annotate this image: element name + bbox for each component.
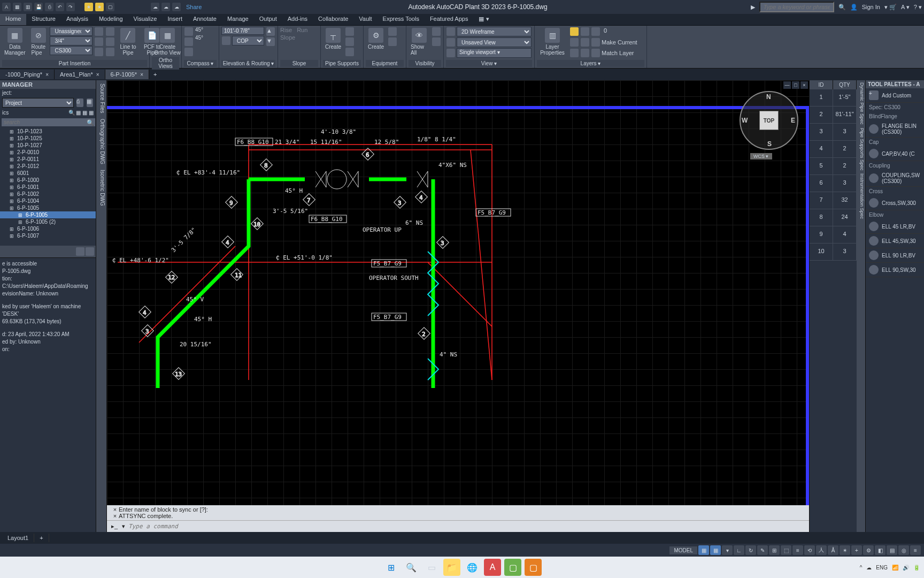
palette-item[interactable]: Cross,SW,300: [866, 196, 924, 210]
info-btn1[interactable]: [76, 247, 84, 256]
create-support-button[interactable]: ┬Create: [323, 27, 343, 51]
ribbon-tab-home[interactable]: Home: [0, 14, 26, 25]
viewcube[interactable]: N S E W TOP WCS ▾: [740, 91, 798, 150]
tray-chevron-icon[interactable]: ^: [860, 565, 863, 571]
sv-icon[interactable]: [446, 38, 455, 47]
project-tree[interactable]: 10-P-102310-P-102510-P-10272-P-00102-P-0…: [0, 128, 96, 246]
tray-battery-icon[interactable]: 🔋: [913, 565, 920, 571]
vtab-supports-spec[interactable]: Pipe Supports Spec: [857, 128, 865, 171]
lay-b2[interactable]: [581, 38, 589, 47]
qat-cloud1[interactable]: ☁: [151, 3, 159, 11]
drawing-canvas[interactable]: — □ ×: [107, 80, 809, 505]
taskbar-explorer[interactable]: 📁: [443, 559, 460, 576]
tree-item[interactable]: 6-P-1005 (2): [0, 218, 96, 225]
ribbon-tab-vault[interactable]: Vault: [353, 14, 377, 25]
help-search-input[interactable]: [759, 2, 834, 12]
ribbon-tab-output[interactable]: Output: [254, 14, 282, 25]
apps-icon[interactable]: A ▾: [901, 4, 910, 11]
project-btn1[interactable]: ⎙: [76, 98, 83, 107]
vs-icon[interactable]: [446, 27, 455, 36]
tree-item[interactable]: 6-P-1005: [0, 204, 96, 211]
elev-dn[interactable]: ▼: [266, 37, 275, 46]
search-icon[interactable]: 🔍: [87, 118, 94, 126]
share-button[interactable]: Share: [183, 4, 205, 10]
qat-open[interactable]: ▥: [24, 3, 32, 11]
close-icon[interactable]: ×: [140, 72, 143, 78]
qat-fav2[interactable]: ★: [95, 3, 104, 11]
status-s10[interactable]: ⟲: [804, 545, 815, 555]
lay-i2[interactable]: [581, 27, 589, 36]
elev-icon[interactable]: [222, 36, 230, 45]
status-s5[interactable]: ↻: [745, 545, 756, 555]
tree-item[interactable]: 6001: [0, 170, 96, 177]
spec-select[interactable]: CS300: [50, 46, 93, 55]
sidebar-source-files[interactable]: Source Files: [97, 83, 105, 113]
app-menu-button[interactable]: A: [2, 3, 11, 11]
taskbar-search[interactable]: 🔍: [403, 559, 420, 576]
elevation-input[interactable]: [221, 27, 264, 35]
tray-volume-icon[interactable]: 🔊: [903, 565, 909, 571]
status-s12[interactable]: Å: [828, 545, 838, 555]
status-s14[interactable]: +: [851, 545, 862, 555]
vis1[interactable]: [432, 27, 441, 36]
viewport-select[interactable]: Single viewport ▾: [457, 48, 532, 58]
lay-i1[interactable]: [570, 27, 579, 36]
qat-save[interactable]: 💾: [34, 3, 43, 11]
sup3[interactable]: [345, 48, 354, 56]
tray-wifi-icon[interactable]: 📶: [892, 565, 898, 571]
compass-t3[interactable]: [184, 48, 193, 56]
tree-item[interactable]: 2-P-1012: [0, 163, 96, 170]
sup2[interactable]: [345, 37, 354, 46]
saved-view-select[interactable]: Unsaved View: [457, 37, 532, 47]
close-icon[interactable]: ×: [96, 72, 99, 78]
command-input[interactable]: [127, 522, 807, 531]
status-s11[interactable]: 人: [816, 545, 827, 555]
ribbon-tab-addins[interactable]: Add-ins: [282, 14, 313, 25]
qat-cloud2[interactable]: ☁: [161, 3, 170, 11]
table-row[interactable]: 63: [810, 175, 857, 192]
qat-undo[interactable]: ↶: [56, 3, 64, 11]
taskbar-taskview[interactable]: ▭: [423, 559, 440, 576]
palette-item[interactable]: ELL 45,SW,30: [866, 234, 924, 248]
eq2[interactable]: [388, 37, 397, 46]
tree-item[interactable]: 6-P-1002: [0, 191, 96, 197]
taskbar-app2[interactable]: ▢: [504, 559, 521, 576]
cmd-close[interactable]: ×: [111, 506, 119, 513]
status-s4[interactable]: ∟: [734, 545, 744, 555]
lay-b1[interactable]: [570, 38, 579, 47]
start-button[interactable]: ⊞: [382, 559, 399, 576]
qat-fav1[interactable]: ★: [84, 3, 93, 11]
status-s3[interactable]: ▾: [722, 545, 733, 555]
status-snap[interactable]: ▦: [710, 545, 721, 555]
taskbar-chrome[interactable]: 🌐: [464, 559, 481, 576]
sidebar-iso-dwg[interactable]: Isometric DWG: [97, 170, 105, 206]
data-manager-button[interactable]: ▦Data Manager: [2, 27, 27, 57]
status-s8[interactable]: ⬚: [781, 545, 791, 555]
compass-t1[interactable]: [184, 27, 193, 36]
status-s6[interactable]: ✎: [757, 545, 768, 555]
ribbon-tab-annotate[interactable]: Annotate: [188, 14, 222, 25]
add-layout-tab[interactable]: +: [34, 534, 49, 542]
panel-view[interactable]: View ▾: [446, 60, 532, 67]
table-row[interactable]: 33: [810, 124, 857, 141]
pi-tool2[interactable]: [95, 37, 103, 46]
qat-print[interactable]: ⎙: [45, 3, 53, 11]
table-row[interactable]: 824: [810, 209, 857, 226]
layer-props-button[interactable]: ▥Layer Properties: [537, 27, 568, 57]
lay-b3[interactable]: [591, 38, 600, 47]
pi-tool1[interactable]: [95, 27, 103, 36]
taskbar-autocad[interactable]: A: [484, 559, 501, 576]
doc-tab-1[interactable]: Area1_Plan*×: [55, 70, 105, 79]
route-pipe-button[interactable]: ⊘Route Pipe: [29, 27, 48, 57]
palette-item[interactable]: ELL 90 LR,BV: [866, 248, 924, 263]
tree-item[interactable]: 6-P-1000: [0, 177, 96, 184]
ribbon-tab-structure[interactable]: Structure: [26, 14, 61, 25]
table-row[interactable]: 11'-5": [810, 89, 857, 107]
panel-layers[interactable]: Layers ▾: [537, 60, 644, 67]
ribbon-tab-featured[interactable]: Featured Apps: [425, 14, 474, 25]
lay-c1[interactable]: [570, 49, 579, 57]
status-s17[interactable]: ▤: [887, 545, 897, 555]
panel-elev[interactable]: Elevation & Routing ▾: [221, 60, 275, 67]
tree-item[interactable]: 10-P-1025: [0, 135, 96, 142]
search-go-icon[interactable]: 🔍: [838, 4, 846, 11]
